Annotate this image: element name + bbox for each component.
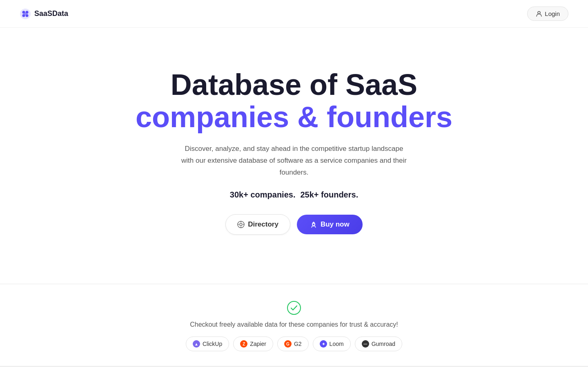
compass-icon	[237, 221, 245, 228]
trust-section: Checkout freely available data for these…	[0, 284, 588, 366]
hero-buttons: Directory Buy now	[225, 214, 362, 235]
bottom-preview: Loom	[0, 366, 588, 368]
svg-point-14	[287, 301, 301, 314]
login-icon	[536, 11, 542, 17]
rocket-icon	[310, 221, 317, 228]
trust-badge-gumroad[interactable]: — Gumroad	[355, 337, 402, 351]
clickup-label: ClickUp	[203, 341, 222, 347]
trust-badge-clickup[interactable]: ▲ ClickUp	[186, 337, 229, 351]
directory-label: Directory	[248, 220, 278, 229]
clickup-icon: ▲	[193, 340, 200, 348]
hero-stats: 30k+ companies. 25k+ founders.	[230, 190, 358, 200]
g2-icon: G	[284, 340, 292, 348]
trust-text: Checkout freely available data for these…	[190, 321, 398, 328]
hero-title-line2: companies & founders	[136, 101, 452, 133]
hero-title: Database of SaaS companies & founders	[136, 69, 452, 133]
buynow-label: Buy now	[321, 220, 350, 229]
hero-subtitle: Discover, analyze, and stay ahead in the…	[180, 143, 408, 179]
zapier-label: Zapier	[250, 341, 266, 347]
header: SaaSData Login	[0, 0, 588, 28]
gumroad-label: Gumroad	[372, 341, 395, 347]
hero-stat-founders: 25k+ founders.	[300, 190, 358, 200]
hero-stat-companies: 30k+ companies.	[230, 190, 296, 200]
login-button[interactable]: Login	[527, 7, 568, 21]
hero-section: Database of SaaS companies & founders Di…	[0, 28, 588, 284]
login-label: Login	[545, 10, 560, 17]
hero-title-line1: Database of SaaS	[136, 69, 452, 101]
gumroad-icon: —	[362, 340, 369, 348]
loom-label: Loom	[330, 341, 344, 347]
buynow-button[interactable]: Buy now	[297, 215, 363, 234]
logo-text: SaaSData	[34, 9, 68, 18]
logo-area: SaaSData	[20, 8, 68, 20]
trust-badge-g2[interactable]: G G2	[277, 337, 309, 351]
trust-badges: ▲ ClickUp Z Zapier G G2 ✦ Loom — Gumroad	[186, 337, 402, 351]
svg-point-6	[538, 11, 540, 14]
svg-point-5	[24, 13, 27, 15]
zapier-icon: Z	[240, 340, 247, 348]
directory-button[interactable]: Directory	[225, 214, 290, 235]
g2-label: G2	[294, 341, 302, 347]
saasdata-logo-icon	[20, 8, 31, 20]
trust-badge-loom[interactable]: ✦ Loom	[313, 337, 351, 351]
verified-check-icon	[287, 301, 301, 315]
loom-icon: ✦	[320, 340, 327, 348]
svg-point-13	[313, 224, 314, 225]
trust-badge-zapier[interactable]: Z Zapier	[233, 337, 273, 351]
svg-point-8	[240, 223, 242, 226]
